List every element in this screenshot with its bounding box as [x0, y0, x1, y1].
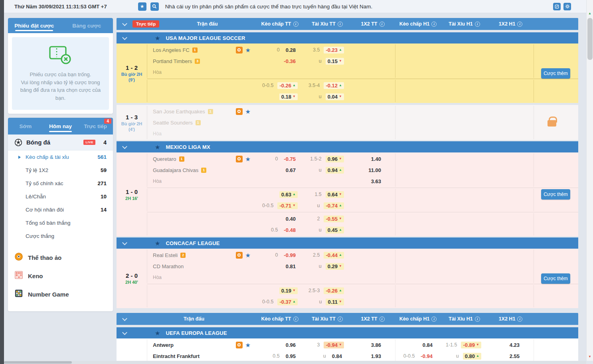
odds-value[interactable]: 0.11▼	[326, 299, 344, 305]
schedule-tab-0[interactable]: Sớm	[8, 118, 43, 135]
stream-icon[interactable]	[236, 252, 243, 259]
odds-value[interactable]: 0.29▼	[326, 263, 344, 270]
sidebar-item-0[interactable]: Kèo chấp & tài xỉu561	[8, 150, 113, 164]
vertical-scrollbar[interactable]: ▲ ▼	[586, 0, 593, 361]
tab-bet-slip[interactable]: Phiếu đặt cược	[8, 18, 61, 33]
favorite-star-icon[interactable]: ★	[245, 252, 251, 258]
odds-value[interactable]: -0.55▼	[324, 216, 344, 222]
stream-icon[interactable]	[236, 47, 243, 53]
scroll-down-arrow-icon[interactable]: ▼	[587, 355, 593, 358]
odds-value[interactable]: 0.96▼	[326, 156, 344, 162]
odds-value[interactable]: 3.63	[369, 178, 383, 185]
odds-value[interactable]: -0.71▼	[277, 202, 298, 209]
stream-icon[interactable]	[236, 108, 243, 115]
favorite-star-icon[interactable]: ★	[245, 109, 251, 115]
tab-bet-board[interactable]: Bảng cược	[61, 18, 113, 33]
sidebar-item-game-0[interactable]: Thể thao ảo	[8, 248, 113, 267]
favorite-star-icon[interactable]: ★	[245, 156, 251, 162]
sidebar-item-football[interactable]: Bóng đá LIVE 4	[8, 135, 113, 150]
odds-value[interactable]: 0.95	[284, 353, 298, 360]
more-bets-button[interactable]: Cược thêm	[541, 189, 570, 200]
sidebar-item-2[interactable]: Tỷ số chính xác271	[8, 177, 113, 190]
hscroll-thumb[interactable]	[4, 361, 72, 364]
settings-button[interactable]	[563, 3, 571, 10]
odds-value[interactable]: 1.40	[369, 156, 383, 162]
odds-value[interactable]: 0.40	[284, 216, 298, 222]
league-header-row[interactable]: ★CONCACAF LEAGUE	[117, 237, 578, 249]
odds-value[interactable]: 2.55	[508, 353, 522, 360]
odds-value[interactable]: -0.26▲	[324, 287, 344, 294]
sidebar-item-5[interactable]: Tổng số bàn thắng	[8, 216, 113, 229]
odds-value[interactable]: 4.23	[508, 342, 522, 348]
odds-value[interactable]: 0.67	[284, 167, 298, 174]
odds-value[interactable]: 0.80▲	[463, 353, 481, 360]
odds-value[interactable]: -0.99	[282, 252, 298, 259]
info-icon[interactable]: i	[475, 22, 480, 27]
odds-value[interactable]: 0.96	[284, 342, 298, 348]
odds-value[interactable]: -0.94▼	[324, 342, 344, 348]
collapse-button[interactable]	[117, 241, 132, 245]
odds-value[interactable]: -0.23▲	[324, 47, 344, 53]
favorite-button[interactable]: ★	[138, 2, 146, 11]
info-icon[interactable]: i	[380, 317, 385, 322]
info-icon[interactable]: i	[431, 22, 437, 27]
info-icon[interactable]: i	[293, 22, 298, 27]
odds-value[interactable]: -0.94	[419, 353, 435, 360]
info-icon[interactable]: i	[517, 22, 522, 27]
odds-value[interactable]: 0.81	[284, 263, 298, 270]
odds-value[interactable]: 0.45▲	[326, 227, 344, 233]
scroll-up-arrow-icon[interactable]: ▲	[587, 12, 593, 15]
odds-value[interactable]: 0.64▼	[326, 191, 344, 198]
info-icon[interactable]: i	[475, 317, 480, 322]
vscroll-thumb[interactable]	[587, 18, 593, 60]
search-button[interactable]	[150, 2, 159, 11]
odds-value[interactable]: 3.86	[369, 342, 383, 348]
info-icon[interactable]: i	[380, 22, 385, 27]
sidebar-item-4[interactable]: Cơ hội nhân đôi14	[8, 203, 113, 216]
odds-value[interactable]: 11.00	[366, 167, 383, 174]
odds-value[interactable]: -0.37▲	[277, 299, 298, 305]
odds-value[interactable]: 0.15▼	[326, 58, 344, 65]
odds-value[interactable]: -0.48	[282, 227, 298, 233]
odds-value[interactable]: -0.12▲	[324, 82, 344, 89]
collapse-button[interactable]	[117, 36, 132, 40]
info-icon[interactable]: i	[293, 317, 298, 322]
odds-value[interactable]: 0.04▼	[326, 93, 344, 100]
odds-value[interactable]: 0.18▼	[279, 93, 298, 100]
odds-value[interactable]: -0.26▲	[277, 82, 298, 89]
sidebar-item-1[interactable]: Tỷ lệ 1X259	[8, 164, 113, 177]
more-bets-button[interactable]: Cược thêm	[541, 68, 570, 79]
sidebar-item-3[interactable]: Lẻ/Chẵn10	[8, 190, 113, 203]
schedule-tab-1[interactable]: Hôm nay	[43, 118, 78, 135]
favorite-star-icon[interactable]: ★	[245, 342, 251, 348]
sidebar-item-game-1[interactable]: Keno	[8, 267, 113, 285]
sidebar-item-game-2[interactable]: Number Game	[8, 285, 113, 303]
odds-value[interactable]: 0.94▲	[326, 167, 344, 174]
info-icon[interactable]: i	[338, 317, 343, 322]
odds-value[interactable]: 0.19▼	[279, 287, 298, 294]
stream-icon[interactable]	[236, 342, 243, 348]
odds-value[interactable]: -0.44▲	[324, 252, 344, 259]
note-button[interactable]	[553, 3, 561, 10]
collapse-button[interactable]	[117, 317, 132, 321]
collapse-button[interactable]	[117, 145, 132, 149]
info-icon[interactable]: i	[517, 317, 522, 322]
league-header-row[interactable]: ★USA MAJOR LEAGUE SOCCER	[117, 32, 578, 44]
favorite-star-icon[interactable]: ★	[245, 47, 251, 53]
odds-value[interactable]: -0.89▼	[461, 342, 481, 348]
horizontal-scrollbar[interactable]	[4, 361, 586, 364]
odds-value[interactable]: 0.84	[421, 342, 435, 348]
sidebar-item-6[interactable]: Cược thắng	[8, 229, 113, 243]
odds-value[interactable]: 1.93	[369, 353, 383, 360]
odds-value[interactable]: -0.74▲	[324, 202, 344, 209]
info-icon[interactable]: i	[338, 22, 343, 27]
odds-value[interactable]: -0.75	[282, 156, 298, 162]
more-bets-button[interactable]: Cược thêm	[541, 273, 570, 284]
info-icon[interactable]: i	[431, 317, 437, 322]
collapse-button[interactable]	[117, 331, 132, 335]
collapse-button[interactable]	[117, 22, 132, 26]
odds-value[interactable]: 0.84	[330, 353, 344, 360]
odds-value[interactable]: -0.36	[282, 58, 298, 65]
odds-value[interactable]: 0.28	[284, 47, 298, 53]
stream-icon[interactable]	[236, 156, 243, 162]
